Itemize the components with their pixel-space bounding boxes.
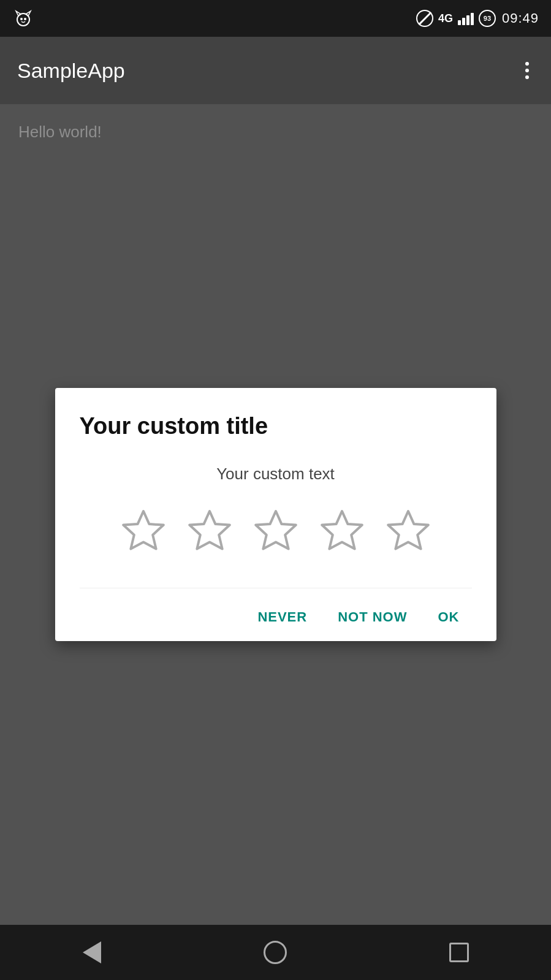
rating-dialog: Your custom title Your custom text (55, 388, 496, 642)
overflow-dot-1 (525, 62, 529, 66)
no-icon (416, 10, 433, 27)
dialog-overlay: Your custom title Your custom text (0, 104, 551, 925)
svg-marker-6 (189, 511, 230, 549)
svg-marker-2 (26, 11, 31, 16)
star-2[interactable] (182, 503, 237, 558)
home-button[interactable] (257, 934, 294, 971)
overflow-dot-2 (525, 69, 529, 72)
star-3[interactable] (248, 503, 303, 558)
home-icon (264, 941, 287, 964)
ok-button[interactable]: OK (426, 598, 472, 636)
svg-marker-5 (123, 511, 164, 549)
recents-button[interactable] (441, 934, 477, 971)
star-4[interactable] (314, 503, 370, 558)
app-bar: SampleApp (0, 37, 551, 104)
star-1[interactable] (116, 503, 171, 558)
battery-level-icon: 93 (479, 10, 496, 27)
star-5[interactable] (381, 503, 436, 558)
signal-bars-icon (458, 12, 474, 25)
svg-point-3 (20, 18, 23, 20)
not-now-button[interactable]: NOT NOW (325, 598, 419, 636)
svg-marker-9 (388, 511, 428, 549)
status-icons: 4G 93 (416, 10, 496, 27)
never-button[interactable]: NEVER (245, 598, 319, 636)
star-rating (80, 503, 472, 558)
cat-icon (12, 7, 34, 29)
svg-marker-8 (322, 511, 362, 549)
dialog-actions: NEVER NOT NOW OK (80, 588, 472, 641)
status-time: 09:49 (502, 10, 539, 26)
signal-type-label: 4G (438, 12, 453, 25)
svg-point-4 (24, 18, 26, 20)
status-bar: 4G 93 09:49 (0, 0, 551, 37)
svg-marker-7 (256, 511, 296, 549)
svg-marker-1 (16, 11, 21, 16)
bottom-navigation (0, 925, 551, 980)
status-bar-right: 4G 93 09:49 (416, 10, 539, 27)
status-bar-left (12, 7, 34, 29)
dialog-body-text: Your custom text (80, 465, 472, 484)
dialog-title: Your custom title (80, 412, 472, 441)
back-button[interactable] (74, 934, 110, 971)
app-title: SampleApp (17, 59, 125, 83)
overflow-menu-button[interactable] (520, 57, 534, 84)
overflow-dot-3 (525, 75, 529, 79)
back-icon (83, 941, 101, 963)
recents-icon (449, 943, 469, 962)
main-content: Hello world! Your custom title Your cust… (0, 104, 551, 925)
